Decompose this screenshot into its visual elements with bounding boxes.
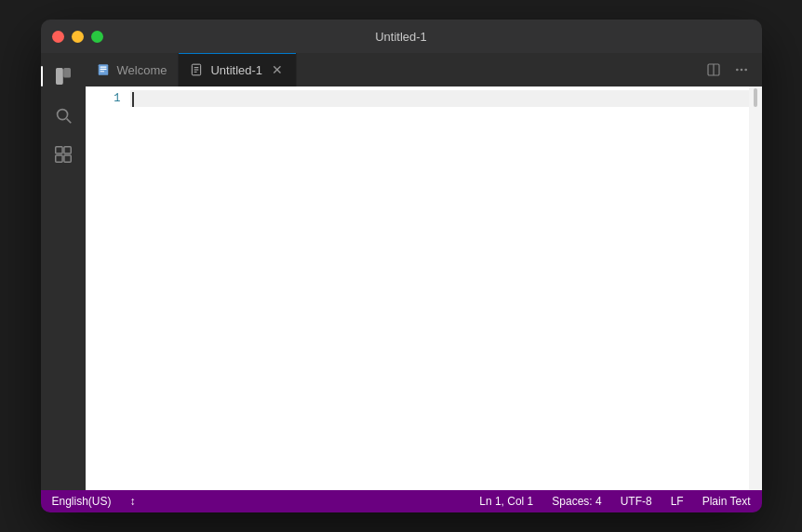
svg-point-19 <box>740 69 742 72</box>
status-bar-right: Ln 1, Col 1 Spaces: 4 UTF-8 LF Plain Tex… <box>475 490 754 512</box>
svg-rect-5 <box>63 147 70 153</box>
svg-rect-4 <box>55 147 61 153</box>
tab-close-button[interactable]: ✕ <box>270 62 285 77</box>
svg-line-3 <box>66 119 71 124</box>
scroll-track[interactable] <box>749 86 762 490</box>
tab-welcome-label: Welcome <box>117 63 167 77</box>
encoding-item[interactable]: UTF-8 <box>617 490 656 512</box>
svg-rect-11 <box>100 71 104 72</box>
svg-rect-10 <box>100 69 106 70</box>
maximize-button[interactable] <box>91 31 103 43</box>
main-area: Welcome Untitled-1 ✕ <box>41 53 762 490</box>
svg-point-18 <box>736 69 739 72</box>
editor-text-area[interactable] <box>130 86 749 490</box>
svg-rect-1 <box>63 69 69 77</box>
editor-area: Welcome Untitled-1 ✕ <box>86 53 762 490</box>
svg-point-2 <box>57 110 67 120</box>
search-activity-icon[interactable] <box>47 100 79 131</box>
scroll-marker <box>754 88 757 107</box>
welcome-tab-icon <box>97 63 110 76</box>
sync-icon[interactable]: ↕ <box>127 490 140 512</box>
status-bar: English(US) ↕ Ln 1, Col 1 Spaces: 4 UTF-… <box>41 490 762 512</box>
editor-cursor-line <box>130 90 749 107</box>
svg-rect-7 <box>63 155 70 162</box>
editor-content[interactable]: 1 <box>86 86 762 490</box>
more-actions-button[interactable] <box>728 57 755 83</box>
svg-rect-9 <box>100 67 106 68</box>
tab-bar: Welcome Untitled-1 ✕ <box>86 53 762 86</box>
tab-untitled-label: Untitled-1 <box>210 63 262 77</box>
extensions-activity-icon[interactable] <box>47 139 79 170</box>
spaces-item[interactable]: Spaces: 4 <box>548 490 605 512</box>
cursor-position[interactable]: Ln 1, Col 1 <box>475 490 537 512</box>
untitled-tab-icon <box>190 63 203 76</box>
split-editor-button[interactable] <box>701 57 727 83</box>
line-ending-item[interactable]: LF <box>667 490 688 512</box>
close-button[interactable] <box>52 31 64 43</box>
svg-rect-6 <box>55 155 61 162</box>
svg-point-20 <box>744 69 747 72</box>
minimize-button[interactable] <box>72 31 84 43</box>
explorer-icon[interactable] <box>47 60 79 92</box>
tab-bar-actions <box>701 53 762 86</box>
window-controls <box>52 31 103 43</box>
editor-cursor <box>132 92 134 107</box>
tab-welcome[interactable]: Welcome <box>86 53 180 86</box>
line-number-1: 1 <box>86 90 121 107</box>
line-numbers: 1 <box>86 86 130 490</box>
title-bar: Untitled-1 <box>41 20 762 53</box>
language-item[interactable]: English(US) <box>48 490 115 512</box>
window-title: Untitled-1 <box>375 30 427 44</box>
svg-rect-0 <box>56 69 61 85</box>
language-mode-item[interactable]: Plain Text <box>699 490 755 512</box>
status-bar-left: English(US) ↕ <box>48 490 140 512</box>
tab-untitled-1[interactable]: Untitled-1 ✕ <box>179 53 297 86</box>
app-window: Untitled-1 <box>41 20 762 512</box>
activity-bar <box>41 53 86 490</box>
